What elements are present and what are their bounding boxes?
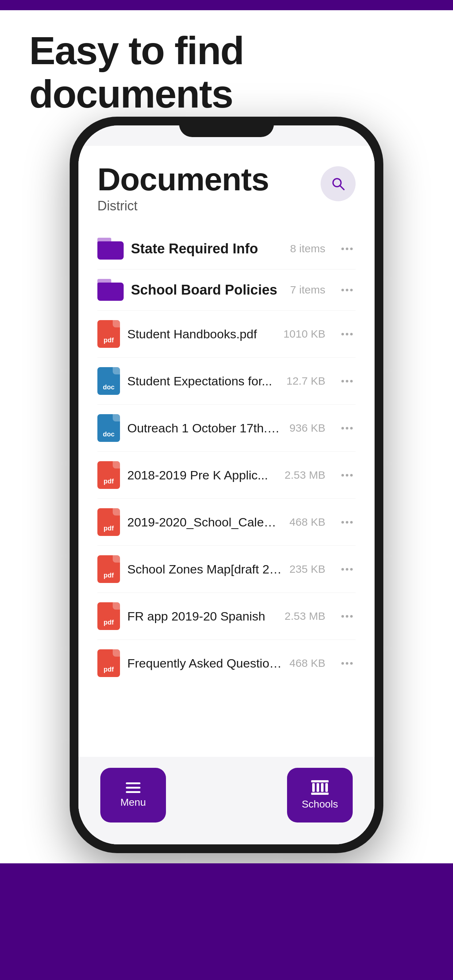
- hamburger-icon: [126, 783, 140, 793]
- pdf-label: pdf: [104, 525, 114, 532]
- doc-icon: doc: [97, 414, 120, 442]
- doc-label: doc: [103, 431, 115, 438]
- more-button[interactable]: [338, 614, 356, 619]
- content-area: Documents District: [78, 146, 375, 757]
- headline: Easy to find documents: [29, 29, 424, 116]
- item-name: Outreach 1 October 17th.doc: [127, 421, 282, 435]
- item-name: State Required Info: [131, 241, 283, 257]
- list-item[interactable]: pdf School Zones Map[draft 2]... 235 KB: [97, 546, 356, 593]
- list-item[interactable]: pdf Student Handbooks.pdf 1010 KB: [97, 310, 356, 358]
- doc-label: doc: [103, 383, 115, 391]
- more-button[interactable]: [338, 660, 356, 666]
- phone-mockup: Documents District: [70, 117, 383, 853]
- list-item[interactable]: doc Outreach 1 October 17th.doc 936 KB: [97, 405, 356, 452]
- item-name: School Board Policies: [131, 282, 283, 298]
- more-button[interactable]: [338, 473, 356, 478]
- item-name: FR app 2019-20 Spanish: [127, 609, 277, 624]
- pdf-icon: pdf: [97, 555, 120, 583]
- item-size: 7 items: [290, 284, 325, 296]
- item-size: 235 KB: [290, 563, 325, 575]
- item-name: School Zones Map[draft 2]...: [127, 562, 282, 576]
- item-size: 936 KB: [290, 422, 325, 434]
- bottom-nav: Menu: [78, 757, 375, 845]
- folder-icon: [97, 238, 124, 259]
- top-bar: [0, 0, 453, 10]
- item-name: Frequently Asked Questions...: [127, 656, 282, 670]
- pdf-label: pdf: [104, 666, 114, 673]
- phone-notch: [179, 117, 274, 137]
- menu-label: Menu: [120, 797, 146, 808]
- phone-screen: Documents District: [78, 126, 375, 845]
- more-button[interactable]: [338, 379, 356, 384]
- pdf-icon: pdf: [97, 508, 120, 536]
- more-button[interactable]: [338, 425, 356, 431]
- list-item[interactable]: doc Student Expectations for... 12.7 KB: [97, 358, 356, 405]
- schools-icon: [311, 780, 329, 795]
- pdf-label: pdf: [104, 337, 114, 344]
- more-button[interactable]: [338, 246, 356, 251]
- documents-title: Documents: [97, 163, 356, 196]
- pdf-icon: pdf: [97, 602, 120, 630]
- pdf-label: pdf: [104, 477, 114, 485]
- list-item[interactable]: pdf Frequently Asked Questions... 468 KB: [97, 640, 356, 687]
- list-item[interactable]: pdf 2019-2020_School_Calenda... 468 KB: [97, 499, 356, 546]
- svg-line-1: [340, 186, 344, 189]
- schools-label: Schools: [301, 799, 338, 810]
- phone-outer: Documents District: [70, 117, 383, 853]
- item-size: 1010 KB: [283, 328, 325, 340]
- search-icon: [330, 176, 346, 192]
- pdf-icon: pdf: [97, 649, 120, 677]
- menu-button[interactable]: Menu: [100, 768, 166, 822]
- pdf-icon: pdf: [97, 320, 120, 348]
- documents-subtitle: District: [97, 198, 356, 214]
- bottom-section: [0, 863, 453, 980]
- list-item[interactable]: pdf 2018-2019 Pre K Applic... 2.53 MB: [97, 452, 356, 499]
- folder-icon: [97, 279, 124, 301]
- screen-content: Documents District: [78, 126, 375, 845]
- item-size: 468 KB: [290, 516, 325, 528]
- item-size: 12.7 KB: [286, 375, 325, 387]
- more-button[interactable]: [338, 287, 356, 293]
- schools-button[interactable]: Schools: [287, 768, 353, 822]
- pdf-icon: pdf: [97, 461, 120, 489]
- more-button[interactable]: [338, 331, 356, 337]
- document-list: State Required Info 8 items: [97, 228, 356, 687]
- search-button[interactable]: [321, 166, 356, 201]
- item-name: Student Expectations for...: [127, 374, 279, 388]
- more-button[interactable]: [338, 520, 356, 525]
- list-item[interactable]: School Board Policies 7 items: [97, 269, 356, 310]
- item-size: 8 items: [290, 242, 325, 255]
- item-name: Student Handbooks.pdf: [127, 327, 276, 341]
- item-size: 2.53 MB: [284, 469, 325, 481]
- list-item[interactable]: pdf FR app 2019-20 Spanish 2.53 MB: [97, 593, 356, 640]
- item-name: 2019-2020_School_Calenda...: [127, 515, 282, 530]
- pdf-label: pdf: [104, 572, 114, 579]
- list-item[interactable]: State Required Info 8 items: [97, 228, 356, 269]
- doc-icon: doc: [97, 367, 120, 395]
- more-button[interactable]: [338, 566, 356, 572]
- item-size: 2.53 MB: [284, 610, 325, 622]
- item-name: 2018-2019 Pre K Applic...: [127, 468, 277, 482]
- item-size: 468 KB: [290, 657, 325, 670]
- pdf-label: pdf: [104, 619, 114, 626]
